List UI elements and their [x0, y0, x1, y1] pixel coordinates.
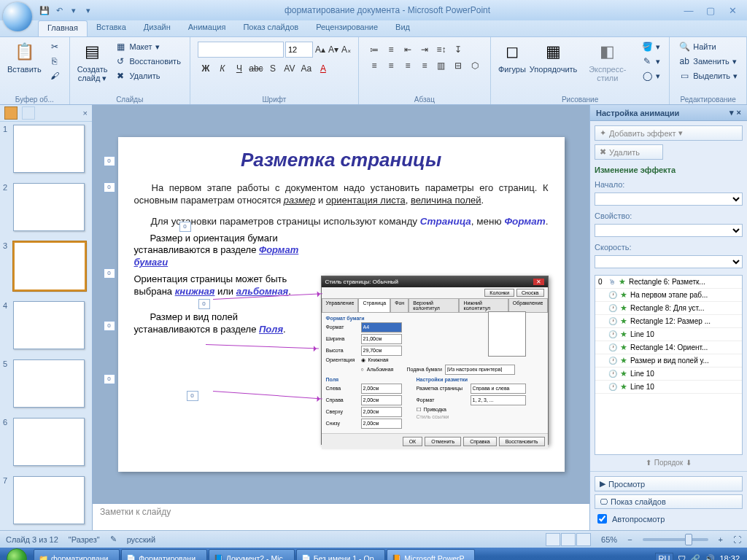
thumb-6[interactable]: 6 [0, 415, 92, 473]
spellcheck-icon[interactable]: ✎ [110, 534, 117, 544]
thumb-3[interactable]: 3 [0, 238, 92, 298]
remove-effect-button[interactable]: ✖Удалить [595, 144, 663, 160]
tray-network-icon[interactable]: 🔗 [690, 554, 700, 561]
group-slides[interactable]: Слайды [70, 95, 190, 104]
effects-list[interactable]: 0🖱★Rectangle 6: Разметк... 🕐★На первом э… [595, 275, 743, 455]
taskbar-item-active[interactable]: 📙Microsoft PowerP... [387, 549, 475, 560]
office-button[interactable] [3, 2, 32, 31]
bold-button[interactable]: Ж [198, 61, 214, 77]
fit-window-icon[interactable]: ⛶ [733, 535, 741, 544]
slideshow-button[interactable]: 🖵Показ слайдов [595, 494, 743, 509]
strike-button[interactable]: abc [248, 61, 264, 77]
anim-tag[interactable]: 0 [104, 156, 115, 166]
start-button[interactable] [1, 548, 32, 560]
group-paragraph[interactable]: Абзац [359, 95, 490, 104]
reset-button[interactable]: ↺Восстановить [113, 55, 182, 68]
language-indicator[interactable]: русский [127, 535, 155, 544]
tray-shield-icon[interactable]: 🛡 [678, 554, 686, 560]
thumb-5[interactable]: 5 [0, 357, 92, 415]
case-button[interactable]: Aa [298, 61, 314, 77]
indent-inc-button[interactable]: ⇥ [417, 42, 433, 58]
effect-item[interactable]: 0🖱★Rectangle 6: Разметк... [595, 276, 742, 289]
effect-item[interactable]: 🕐★Line 10 [595, 381, 742, 394]
select-button[interactable]: ▭Выделить ▾ [677, 69, 739, 82]
panel-close-icon[interactable]: × [737, 108, 741, 117]
anim-tag[interactable]: 0 [104, 182, 115, 192]
font-family-select[interactable] [198, 42, 284, 58]
zoom-in-icon[interactable]: + [719, 535, 723, 544]
start-select[interactable] [595, 192, 743, 206]
order-down-icon[interactable]: ⬇ [686, 459, 692, 467]
anim-tag[interactable]: 0 [104, 321, 115, 331]
effect-item[interactable]: 🕐★Line 10 [595, 328, 742, 341]
slides-tab-icon[interactable] [4, 106, 18, 120]
normal-view-button[interactable] [546, 533, 560, 546]
tab-design[interactable]: Дизайн [135, 20, 179, 36]
grow-font-icon[interactable]: A▴ [314, 42, 326, 58]
outline-tab-icon[interactable] [22, 106, 35, 120]
tab-animation[interactable]: Анимация [179, 20, 235, 36]
notes-pane[interactable]: Заметки к слайду [93, 503, 589, 530]
tab-view[interactable]: Вид [387, 20, 419, 36]
find-button[interactable]: 🔍Найти [677, 40, 739, 53]
shadow-button[interactable]: S [265, 61, 281, 77]
tray-volume-icon[interactable]: 🔊 [705, 554, 715, 561]
effect-item[interactable]: 🕐★Rectangle 12: Размер ... [595, 315, 742, 328]
slide-canvas[interactable]: Разметка страницы На первом этапе работы… [118, 137, 565, 472]
arrange-button[interactable]: ▦Упорядочить [529, 39, 578, 103]
maximize-icon[interactable]: ▢ [702, 4, 719, 17]
bullets-button[interactable]: ≔ [366, 42, 382, 58]
shapes-button[interactable]: ◻Фигуры [495, 39, 529, 103]
effect-item[interactable]: 🕐★Rectangle 14: Ориент... [595, 341, 742, 354]
justify-button[interactable]: ≡ [417, 58, 433, 74]
sorter-view-button[interactable] [561, 533, 576, 546]
layout-button[interactable]: ▦Макет ▾ [113, 40, 182, 53]
minimize-icon[interactable]: — [680, 4, 697, 17]
tab-review[interactable]: Рецензирование [307, 20, 387, 36]
order-up-icon[interactable]: ⬆ [646, 459, 651, 467]
text-direction-button[interactable]: ↧ [450, 42, 466, 58]
align-text-button[interactable]: ⊟ [450, 58, 466, 74]
smartart-button[interactable]: ⬡ [467, 58, 483, 74]
anim-tag[interactable]: 0 [179, 222, 191, 232]
clock[interactable]: 18:32 [719, 554, 740, 560]
format-painter-button[interactable]: 🖌 [47, 69, 62, 82]
italic-button[interactable]: К [214, 61, 231, 77]
columns-button[interactable]: ▥ [433, 58, 449, 74]
speed-select[interactable] [595, 255, 743, 268]
tab-home[interactable]: Главная [38, 20, 88, 36]
thumb-4[interactable]: 4 [0, 298, 92, 357]
add-effect-button[interactable]: ✦Добавить эффект ▾ [595, 125, 743, 141]
thumb-1[interactable]: 1 [0, 122, 92, 180]
undo-icon[interactable]: ↶ [53, 4, 66, 17]
anim-tag[interactable]: 0 [187, 391, 198, 401]
paste-button[interactable]: 📋 Вставить [4, 39, 44, 103]
effect-item[interactable]: 🕐★Line 10 [595, 368, 742, 381]
taskbar-item[interactable]: 📁форматировани... [34, 549, 120, 560]
shape-fill-button[interactable]: 🪣▾ [640, 40, 662, 53]
align-center-button[interactable]: ≡ [383, 58, 399, 74]
delete-button[interactable]: ✖Удалить [113, 69, 182, 82]
shrink-font-icon[interactable]: A▾ [328, 42, 339, 58]
cut-button[interactable]: ✂ [47, 40, 62, 53]
tab-slideshow[interactable]: Показ слайдов [234, 20, 307, 36]
thumb-2[interactable]: 2 [0, 180, 92, 238]
font-color-button[interactable]: A [315, 61, 331, 77]
shape-outline-button[interactable]: ✎▾ [640, 55, 662, 68]
taskbar-item[interactable]: 📄Без имени 1 - Op... [296, 549, 386, 560]
effect-item[interactable]: 🕐★На первом этапе раб... [595, 289, 742, 302]
panel-menu-icon[interactable]: ▾ [729, 108, 734, 117]
anim-tag[interactable]: 0 [198, 299, 210, 309]
shape-effects-button[interactable]: ◯▾ [640, 69, 662, 82]
group-drawing[interactable]: Рисование [491, 95, 669, 104]
thumb-7[interactable]: 7 [0, 473, 92, 530]
taskbar-item[interactable]: 📄Форматировани... [121, 549, 207, 560]
align-right-button[interactable]: ≡ [400, 58, 416, 74]
lang-indicator[interactable]: RU [655, 553, 674, 560]
linespacing-button[interactable]: ≡↕ [433, 42, 449, 58]
anim-tag[interactable]: 0 [104, 374, 115, 384]
group-editing[interactable]: Редактирование [670, 95, 746, 104]
replace-button[interactable]: abЗаменить ▾ [677, 55, 739, 68]
new-slide-button[interactable]: ▤ Создать слайд ▾ [74, 39, 111, 103]
indent-dec-button[interactable]: ⇤ [400, 42, 416, 58]
